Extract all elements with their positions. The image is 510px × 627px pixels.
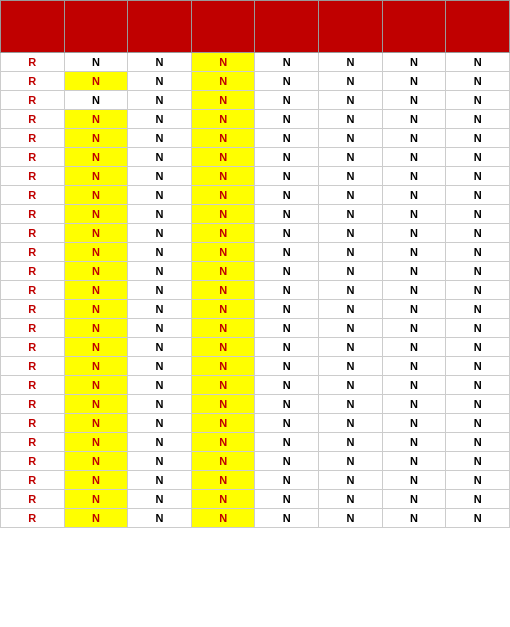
table-cell: N <box>319 376 383 395</box>
table-cell: N <box>319 129 383 148</box>
table-row: RNNNNNNN <box>1 319 510 338</box>
table-cell: N <box>382 205 446 224</box>
table-cell: N <box>128 300 192 319</box>
table-cell: N <box>319 205 383 224</box>
table-cell: N <box>128 148 192 167</box>
table-cell: N <box>64 376 128 395</box>
table-cell: N <box>446 53 510 72</box>
table-cell: N <box>382 281 446 300</box>
table-cell: N <box>319 72 383 91</box>
table-cell: N <box>382 110 446 129</box>
table-cell: N <box>446 319 510 338</box>
table-cell: N <box>128 490 192 509</box>
table-cell: R <box>1 471 65 490</box>
table-cell: N <box>191 262 255 281</box>
table-cell: N <box>191 167 255 186</box>
table-body: RNNNNNNNRNNNNNNNRNNNNNNNRNNNNNNNRNNNNNNN… <box>1 53 510 528</box>
table-cell: N <box>128 376 192 395</box>
table-cell: N <box>128 72 192 91</box>
table-cell: N <box>319 224 383 243</box>
table-cell: N <box>382 319 446 338</box>
table-cell: N <box>64 186 128 205</box>
table-cell: N <box>128 186 192 205</box>
table-cell: R <box>1 319 65 338</box>
table-cell: N <box>255 262 319 281</box>
table-row: RNNNNNNN <box>1 376 510 395</box>
table-cell: R <box>1 72 65 91</box>
table-cell: N <box>382 167 446 186</box>
table-cell: N <box>446 224 510 243</box>
table-cell: N <box>446 357 510 376</box>
table-cell: N <box>128 262 192 281</box>
table-cell: N <box>191 414 255 433</box>
table-cell: N <box>319 300 383 319</box>
table-row: RNNNNNNN <box>1 53 510 72</box>
table-cell: N <box>64 72 128 91</box>
table-cell: N <box>64 167 128 186</box>
table-cell: N <box>128 509 192 528</box>
table-cell: N <box>191 433 255 452</box>
table-cell: N <box>64 509 128 528</box>
table-cell: N <box>128 167 192 186</box>
table-cell: N <box>64 129 128 148</box>
table-cell: N <box>319 471 383 490</box>
table-cell: N <box>446 509 510 528</box>
table-cell: N <box>64 471 128 490</box>
table-cell: N <box>191 300 255 319</box>
table-row: RNNNNNNN <box>1 148 510 167</box>
table-row: RNNNNNNN <box>1 167 510 186</box>
table-cell: N <box>255 148 319 167</box>
table-cell: N <box>64 281 128 300</box>
table-cell: R <box>1 129 65 148</box>
table-cell: N <box>191 452 255 471</box>
table-cell: N <box>191 53 255 72</box>
table-cell: N <box>319 167 383 186</box>
table-cell: N <box>64 91 128 110</box>
table-cell: N <box>446 338 510 357</box>
table-cell: N <box>255 433 319 452</box>
table-row: RNNNNNNN <box>1 452 510 471</box>
table-cell: N <box>255 53 319 72</box>
table-cell: N <box>128 357 192 376</box>
table-cell: R <box>1 53 65 72</box>
table-cell: R <box>1 414 65 433</box>
table-cell: N <box>191 72 255 91</box>
table-cell: N <box>255 110 319 129</box>
table-row: RNNNNNNN <box>1 338 510 357</box>
table-cell: N <box>255 319 319 338</box>
col-header-3 <box>128 1 192 53</box>
table-cell: N <box>382 376 446 395</box>
table-cell: N <box>191 338 255 357</box>
header-row <box>1 1 510 53</box>
table-cell: R <box>1 167 65 186</box>
table-cell: R <box>1 186 65 205</box>
table-cell: N <box>128 91 192 110</box>
table-cell: N <box>319 509 383 528</box>
delegate-table: RNNNNNNNRNNNNNNNRNNNNNNNRNNNNNNNRNNNNNNN… <box>0 0 510 528</box>
table-cell: N <box>191 91 255 110</box>
col-header-8 <box>446 1 510 53</box>
table-row: RNNNNNNN <box>1 395 510 414</box>
table-cell: N <box>382 414 446 433</box>
table-cell: N <box>446 129 510 148</box>
table-cell: N <box>191 357 255 376</box>
table-cell: R <box>1 300 65 319</box>
table-cell: N <box>319 110 383 129</box>
table-row: RNNNNNNN <box>1 186 510 205</box>
table-cell: N <box>446 243 510 262</box>
table-cell: N <box>319 91 383 110</box>
table-cell: N <box>191 224 255 243</box>
table-cell: N <box>319 262 383 281</box>
table-row: RNNNNNNN <box>1 433 510 452</box>
table-cell: N <box>255 414 319 433</box>
table-cell: N <box>319 148 383 167</box>
table-row: RNNNNNNN <box>1 129 510 148</box>
table-cell: N <box>446 281 510 300</box>
table-row: RNNNNNNN <box>1 414 510 433</box>
table-cell: N <box>446 148 510 167</box>
table-row: RNNNNNNN <box>1 91 510 110</box>
table-cell: R <box>1 490 65 509</box>
table-cell: N <box>446 376 510 395</box>
table-cell: N <box>128 319 192 338</box>
table-cell: R <box>1 281 65 300</box>
